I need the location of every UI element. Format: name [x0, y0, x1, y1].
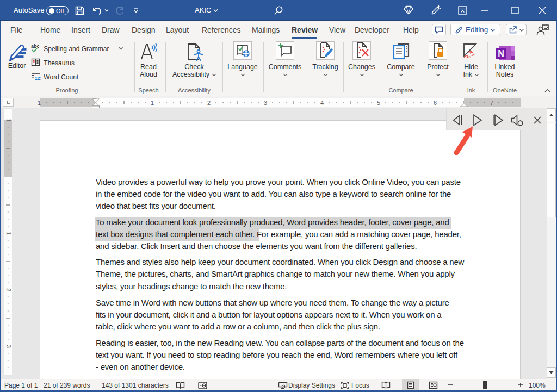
svg-text:1: 1	[151, 99, 154, 106]
svg-text:abc: abc	[31, 43, 40, 49]
svg-text:1: 1	[5, 232, 12, 235]
svg-text:6: 6	[434, 99, 437, 106]
svg-text:7: 7	[490, 99, 493, 106]
svg-text:2: 2	[207, 99, 211, 106]
svg-text:4: 4	[320, 99, 324, 106]
svg-text:123: 123	[35, 76, 41, 81]
svg-text:3: 3	[5, 345, 12, 348]
svg-text:1: 1	[38, 99, 41, 106]
svg-text:N: N	[498, 49, 504, 58]
svg-text:2: 2	[5, 288, 12, 291]
svg-text:5: 5	[377, 99, 380, 106]
svg-text:3: 3	[264, 99, 267, 106]
svg-text:1: 1	[5, 119, 12, 122]
